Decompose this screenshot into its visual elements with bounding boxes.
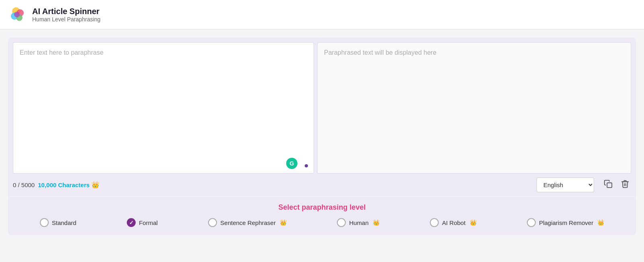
- level-options: Standard Formal Sentence Rephraser👑 Huma…: [16, 218, 628, 227]
- premium-icon-plagiarism-remover: 👑: [597, 219, 604, 226]
- radio-ai-robot: [430, 218, 439, 227]
- language-select[interactable]: EnglishSpanishFrenchGermanItalianPortugu…: [537, 177, 594, 192]
- radio-plagiarism-remover: [527, 218, 536, 227]
- upgrade-link[interactable]: 10,000 Characters: [38, 182, 89, 188]
- premium-icon-ai-robot: 👑: [470, 219, 477, 226]
- delete-button[interactable]: [619, 178, 631, 192]
- grammarly-letter: G: [290, 160, 294, 167]
- level-title: Select paraphrasing level: [16, 203, 628, 212]
- text-areas-row: G Paraphrased text will be displayed her…: [8, 37, 636, 173]
- upgrade-crown-icon: 👑: [91, 181, 99, 189]
- level-label-ai-robot: AI Robot: [442, 219, 465, 226]
- level-option-sentence-rephraser[interactable]: Sentence Rephraser👑: [208, 218, 287, 227]
- copy-button[interactable]: [602, 178, 614, 192]
- main-content: G Paraphrased text will be displayed her…: [0, 29, 644, 235]
- level-label-human: Human: [349, 219, 368, 226]
- svg-point-4: [14, 12, 20, 17]
- header-text: AI Article Spinner Human Level Paraphras…: [32, 6, 101, 23]
- radio-sentence-rephraser: [208, 218, 217, 227]
- level-option-human[interactable]: Human👑: [337, 218, 379, 227]
- level-option-standard[interactable]: Standard: [40, 218, 76, 227]
- level-label-plagiarism-remover: Plagiarism Remover: [539, 219, 593, 226]
- input-textarea[interactable]: [13, 43, 314, 171]
- radio-formal: [127, 218, 136, 227]
- app-logo: [8, 5, 27, 24]
- char-count: 0 / 5000: [13, 182, 35, 188]
- app-title: AI Article Spinner: [32, 6, 101, 16]
- level-label-standard: Standard: [52, 219, 76, 226]
- level-label-sentence-rephraser: Sentence Rephraser: [220, 219, 276, 226]
- level-section: Select paraphrasing level Standard Forma…: [8, 197, 636, 235]
- radio-human: [337, 218, 346, 227]
- app-subtitle: Human Level Paraphrasing: [32, 16, 101, 23]
- app-header: AI Article Spinner Human Level Paraphras…: [0, 0, 644, 29]
- level-option-formal[interactable]: Formal: [127, 218, 158, 227]
- level-option-plagiarism-remover[interactable]: Plagiarism Remover👑: [527, 218, 604, 227]
- action-icons: [602, 178, 631, 192]
- level-option-ai-robot[interactable]: AI Robot👑: [430, 218, 476, 227]
- grammarly-icon[interactable]: G: [286, 158, 297, 169]
- premium-icon-human: 👑: [373, 219, 380, 226]
- premium-icon-sentence-rephraser: 👑: [280, 219, 287, 226]
- input-panel: G: [13, 42, 314, 173]
- svg-rect-5: [607, 183, 612, 188]
- level-label-formal: Formal: [139, 219, 158, 226]
- output-panel: Paraphrased text will be displayed here: [317, 42, 631, 173]
- dot-indicator: [305, 164, 308, 167]
- output-placeholder: Paraphrased text will be displayed here: [324, 49, 436, 56]
- controls-row: 0 / 5000 10,000 Characters 👑 EnglishSpan…: [8, 173, 636, 196]
- radio-standard: [40, 218, 49, 227]
